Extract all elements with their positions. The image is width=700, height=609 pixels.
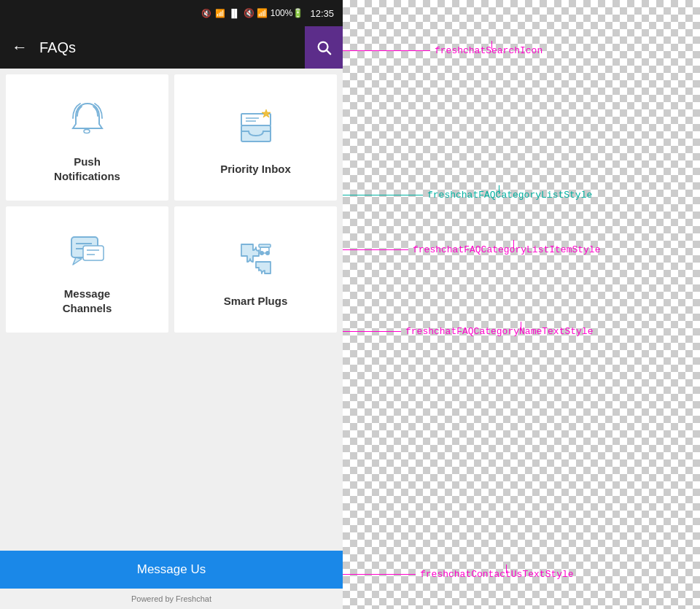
faq-category-item-push-notifications[interactable]: PushNotifications <box>6 74 168 201</box>
powered-by-label: Powered by Freshchat <box>131 594 211 603</box>
page-title: FAQs <box>39 39 337 56</box>
status-icons: 🔇 📶 ▐▌ 🔇 📶 100%🔋 12:35 <box>201 8 335 19</box>
message-us-button[interactable]: Message Us <box>0 551 343 589</box>
time-display: 12:35 <box>310 8 334 19</box>
message-us-label: Message Us <box>137 562 206 577</box>
priority-inbox-icon <box>233 104 279 150</box>
priority-inbox-label: Priority Inbox <box>220 162 291 177</box>
status-bar: 🔇 📶 ▐▌ 🔇 📶 100%🔋 12:35 <box>0 0 343 26</box>
faq-category-item-priority-inbox[interactable]: Priority Inbox <box>174 74 337 201</box>
signal-icon: ▐▌ <box>229 9 241 18</box>
svg-rect-4 <box>241 125 271 141</box>
battery-text: 🔇 📶 100%🔋 <box>244 8 303 18</box>
svg-marker-9 <box>73 257 82 265</box>
svg-rect-18 <box>259 244 271 247</box>
message-channels-icon <box>64 228 111 275</box>
message-channels-label: MessageChannels <box>63 287 112 315</box>
wifi-icon: 📶 <box>215 9 225 18</box>
smart-plugs-icon <box>233 236 279 282</box>
svg-point-3 <box>84 130 90 133</box>
push-notifications-icon <box>64 96 111 143</box>
svg-line-1 <box>327 50 330 54</box>
smart-plugs-label: Smart Plugs <box>224 294 288 309</box>
faq-category-item-smart-plugs[interactable]: Smart Plugs <box>174 206 337 333</box>
push-notifications-label: PushNotifications <box>54 155 120 183</box>
search-button[interactable] <box>305 26 343 69</box>
faq-category-list: PushNotifications Priority Inbox <box>0 69 343 551</box>
search-icon <box>316 39 332 55</box>
faq-category-item-message-channels[interactable]: MessageChannels <box>6 206 168 333</box>
svg-rect-12 <box>83 246 104 260</box>
app-header: ← FAQs <box>0 26 343 69</box>
powered-by-bar: Powered by Freshchat <box>0 589 343 609</box>
mute-icon: 🔇 <box>201 9 211 18</box>
phone-frame: 🔇 📶 ▐▌ 🔇 📶 100%🔋 12:35 ← FAQs <box>0 0 343 609</box>
back-button[interactable]: ← <box>6 34 34 61</box>
